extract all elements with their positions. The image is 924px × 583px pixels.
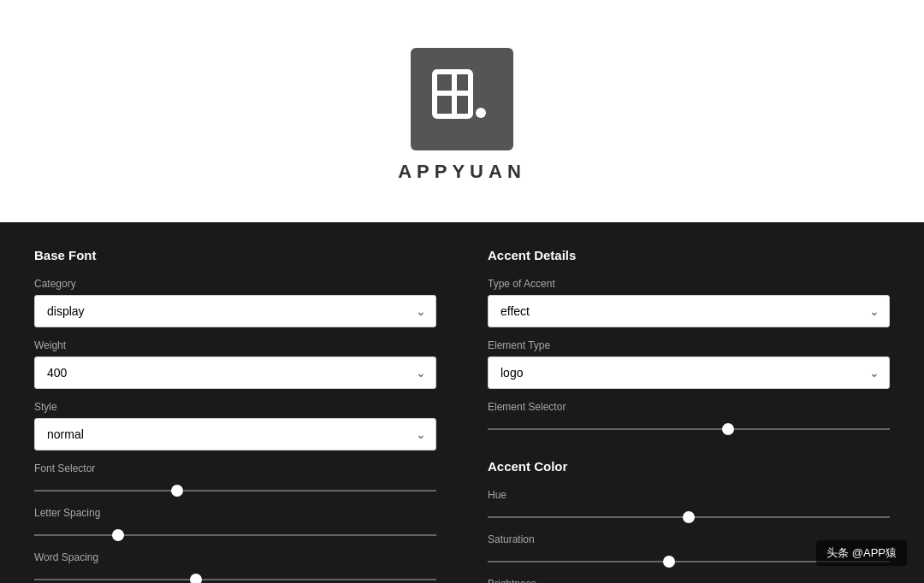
- word-spacing-label: Word Spacing: [34, 551, 436, 563]
- element-type-select-wrapper: logo heading body caption button ⌄: [488, 356, 890, 389]
- style-select[interactable]: normal italic oblique: [34, 418, 436, 450]
- font-selector-row: Font Selector: [34, 462, 436, 495]
- letter-spacing-row: Letter Spacing: [34, 507, 436, 539]
- controls-area: Base Font Category display serif sans-se…: [0, 222, 924, 583]
- hue-slider[interactable]: [488, 516, 890, 518]
- brightness-row: Brightness: [488, 578, 890, 583]
- type-of-accent-field: Type of Accent effect shadow outline gra…: [488, 278, 890, 327]
- category-field: Category display serif sans-serif monosp…: [34, 278, 436, 327]
- element-selector-slider[interactable]: [488, 428, 890, 430]
- weight-field: Weight 100 200 300 400 500 600 700 800 9…: [34, 339, 436, 389]
- weight-select-wrapper: 100 200 300 400 500 600 700 800 900 ⌄: [34, 356, 436, 389]
- style-select-wrapper: normal italic oblique ⌄: [34, 418, 436, 450]
- brightness-label: Brightness: [488, 578, 890, 583]
- brand-name: APPYUAN: [398, 161, 526, 183]
- element-selector-row: Element Selector: [488, 401, 890, 433]
- element-type-label: Element Type: [488, 339, 890, 351]
- accent-color-section: Accent Color Hue Saturation Brightness: [488, 459, 890, 583]
- style-label: Style: [34, 401, 436, 413]
- element-selector-label: Element Selector: [488, 401, 890, 413]
- right-panel: Accent Details Type of Accent effect sha…: [488, 248, 890, 583]
- style-field: Style normal italic oblique ⌄: [34, 401, 436, 450]
- word-spacing-slider[interactable]: [34, 579, 436, 580]
- header: APPYUAN: [0, 0, 924, 222]
- letter-spacing-slider[interactable]: [34, 534, 436, 536]
- weight-select[interactable]: 100 200 300 400 500 600 700 800 900: [34, 356, 436, 389]
- saturation-slider[interactable]: [488, 561, 890, 562]
- letter-spacing-label: Letter Spacing: [34, 507, 436, 519]
- category-select[interactable]: display serif sans-serif monospace handw…: [34, 295, 436, 327]
- accent-color-title: Accent Color: [488, 459, 890, 474]
- word-spacing-row: Word Spacing: [34, 551, 436, 583]
- base-font-title: Base Font: [34, 248, 436, 262]
- category-label: Category: [34, 278, 436, 290]
- logo-box: [411, 48, 513, 150]
- type-of-accent-label: Type of Accent: [488, 278, 890, 290]
- element-type-select[interactable]: logo heading body caption button: [488, 356, 890, 389]
- saturation-label: Saturation: [488, 533, 890, 545]
- weight-label: Weight: [34, 339, 436, 351]
- hue-row: Hue: [488, 489, 890, 521]
- type-of-accent-select-wrapper: effect shadow outline gradient none ⌄: [488, 295, 890, 327]
- type-of-accent-select[interactable]: effect shadow outline gradient none: [488, 295, 890, 327]
- saturation-row: Saturation: [488, 533, 890, 566]
- hue-label: Hue: [488, 489, 890, 501]
- element-type-field: Element Type logo heading body caption b…: [488, 339, 890, 389]
- font-selector-slider[interactable]: [34, 490, 436, 492]
- svg-point-3: [476, 108, 486, 118]
- left-panel: Base Font Category display serif sans-se…: [34, 248, 436, 583]
- accent-details-title: Accent Details: [488, 248, 890, 262]
- category-select-wrapper: display serif sans-serif monospace handw…: [34, 295, 436, 327]
- logo-svg: [428, 65, 496, 133]
- font-selector-label: Font Selector: [34, 462, 436, 474]
- svg-rect-2: [452, 72, 457, 116]
